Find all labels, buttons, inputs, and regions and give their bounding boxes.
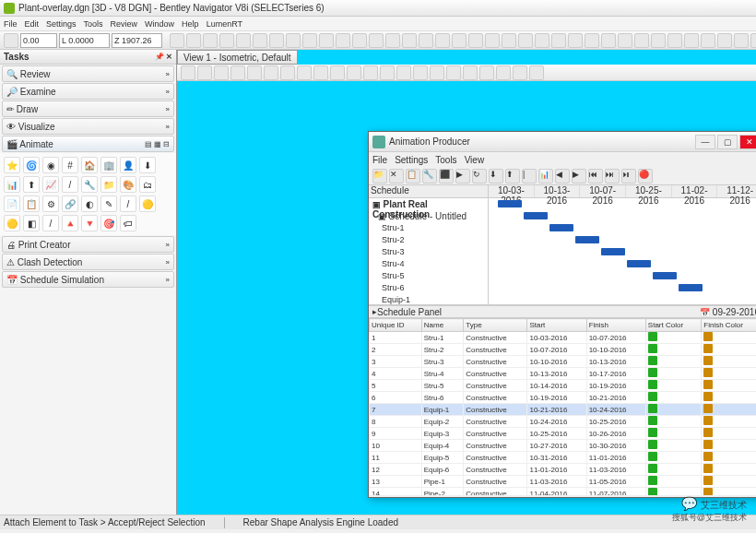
dlg-tool-icon[interactable]: 📋 (406, 169, 420, 184)
task-print-creator[interactable]: 🖨 Print Creator» (2, 236, 174, 253)
gantt-chart[interactable]: 10-03-201610-13-201610-07-201610-25-2016… (489, 185, 756, 304)
coord-a[interactable] (20, 33, 57, 48)
dlg-tool-icon[interactable]: 📁 (372, 169, 387, 184)
task-draw[interactable]: ✏ Draw» (2, 101, 174, 117)
column-header[interactable]: Start Color (645, 319, 701, 332)
schedule-grid[interactable]: Unique IDNameTypeStartFinishStart ColorF… (369, 318, 756, 495)
palette-icon[interactable]: 🔺 (62, 215, 78, 231)
dlg-tool-icon[interactable]: ⬛ (439, 169, 454, 184)
tree-item[interactable]: Stru-6 (369, 282, 488, 294)
gantt-bar[interactable] (549, 224, 573, 231)
close-button[interactable]: ✕ (739, 135, 756, 149)
dlg-tool-icon[interactable]: ⏮ (588, 169, 603, 184)
palette-icon[interactable]: 🟡 (139, 195, 156, 212)
view-tool-icon[interactable] (280, 65, 295, 80)
toolbar-icon[interactable] (701, 33, 715, 48)
toolbar-icon[interactable] (502, 33, 516, 48)
toolbar-icon[interactable] (750, 33, 756, 48)
toolbar-icon[interactable] (667, 33, 682, 48)
toolbar-icon[interactable] (518, 33, 533, 48)
toolbar-icon[interactable] (186, 33, 201, 48)
palette-icon[interactable]: 📈 (42, 176, 59, 193)
palette-icon[interactable]: 📁 (100, 176, 117, 193)
toolbar-icon[interactable] (352, 33, 367, 48)
toolbar-icon[interactable] (302, 33, 317, 48)
dlg-tool-icon[interactable]: | (522, 169, 537, 184)
dlg-menu-tools[interactable]: Tools (435, 155, 456, 165)
menu-edit[interactable]: Edit (25, 19, 40, 29)
table-row[interactable]: 7Equip-1Constructive10-21-201610-24-2016 (370, 404, 757, 416)
toolbar-icon[interactable] (419, 33, 433, 48)
column-header[interactable]: Start (527, 319, 586, 332)
tree-item[interactable]: Stru-5 (369, 270, 488, 282)
toolbar-icon[interactable] (585, 33, 599, 48)
gantt-bar[interactable] (627, 260, 651, 267)
toolbar-icon[interactable] (551, 33, 566, 48)
palette-icon[interactable]: ✎ (100, 195, 117, 212)
palette-icon[interactable]: / (120, 195, 136, 212)
gantt-bar[interactable] (679, 284, 703, 291)
view-tool-icon[interactable] (347, 65, 361, 80)
column-header[interactable]: Type (464, 319, 527, 332)
dlg-tool-icon[interactable]: ▶ (455, 169, 470, 184)
palette-icon[interactable]: 🏠 (81, 157, 98, 173)
view-tool-icon[interactable] (396, 65, 411, 80)
dialog-titlebar[interactable]: Animation Producer — ▢ ✕ (369, 132, 756, 152)
table-row[interactable]: 12Equip-6Constructive11-01-201611-03-201… (370, 464, 757, 476)
menu-lumenrt[interactable]: LumenRT (207, 19, 242, 29)
pin-icon[interactable]: 📌 ✕ (155, 53, 172, 61)
table-row[interactable]: 2Stru-2Constructive10-07-201610-10-2016 (370, 344, 757, 356)
toolbar-icon[interactable] (452, 33, 467, 48)
view-tool-icon[interactable] (247, 65, 262, 80)
palette-icon[interactable]: ⭐ (4, 157, 20, 173)
view-tool-icon[interactable] (413, 65, 428, 80)
dlg-tool-icon[interactable]: 📊 (538, 169, 553, 184)
toolbar-icon[interactable] (170, 33, 184, 48)
gantt-bar[interactable] (524, 212, 548, 219)
toolbar-icon[interactable] (651, 33, 666, 48)
toolbar-icon[interactable] (203, 33, 218, 48)
column-header[interactable]: Finish (586, 319, 645, 332)
table-row[interactable]: 5Stru-5Constructive10-14-201610-19-2016 (370, 380, 757, 392)
toolbar-icon[interactable] (485, 33, 500, 48)
palette-icon[interactable]: ◐ (81, 195, 98, 212)
palette-icon[interactable]: 🎨 (120, 176, 136, 193)
toolbar-icon[interactable] (402, 33, 417, 48)
palette-icon[interactable]: 📊 (4, 176, 20, 193)
toolbar-icon[interactable] (286, 33, 301, 48)
palette-icon[interactable]: 🔗 (62, 195, 78, 212)
tree-root[interactable]: ▣ Plant Real Construction (369, 198, 488, 210)
menu-review[interactable]: Review (111, 19, 138, 29)
toolbar-icon[interactable] (369, 33, 384, 48)
view-tool-icon[interactable] (479, 65, 494, 80)
table-row[interactable]: 14Pipe-2Constructive11-04-201611-07-2016 (370, 488, 757, 496)
toolbar-icon[interactable] (535, 33, 549, 48)
view-tool-icon[interactable] (496, 65, 511, 80)
palette-icon[interactable]: 📋 (23, 195, 40, 212)
toolbar-icon[interactable] (319, 33, 334, 48)
task-clash-detection[interactable]: ⚠ Clash Detection» (2, 254, 174, 270)
schedule-tree[interactable]: Schedule ▣ Plant Real Construction ▣ Sch… (369, 185, 489, 304)
dlg-tool-icon[interactable]: ↻ (472, 169, 487, 184)
dlg-menu-view[interactable]: View (465, 155, 485, 165)
maximize-button[interactable]: ▢ (717, 135, 738, 149)
gantt-bar[interactable] (601, 248, 625, 255)
menu-settings[interactable]: Settings (46, 19, 77, 29)
palette-icon[interactable]: 🌀 (23, 157, 40, 173)
menu-help[interactable]: Help (182, 19, 199, 29)
column-header[interactable]: Name (421, 319, 464, 332)
toolbar-icon[interactable] (734, 33, 749, 48)
palette-icon[interactable]: ⚙ (42, 195, 59, 212)
table-row[interactable]: 4Stru-4Constructive10-13-201610-17-2016 (370, 368, 757, 380)
task-schedule-simulation[interactable]: 📅 Schedule Simulation» (2, 271, 174, 288)
palette-icon[interactable]: ◧ (23, 215, 40, 231)
coord-b[interactable] (59, 33, 110, 48)
gantt-bar[interactable] (653, 272, 677, 279)
view-tool-icon[interactable] (430, 65, 444, 80)
toolbar-icon[interactable] (253, 33, 267, 48)
tree-item[interactable]: Stru-1 (369, 222, 488, 234)
table-row[interactable]: 11Equip-5Constructive10-31-201611-01-201… (370, 452, 757, 464)
task-visualize[interactable]: 👁 Visualize» (2, 118, 174, 135)
toolbar-icon[interactable] (385, 33, 400, 48)
table-row[interactable]: 10Equip-4Constructive10-27-201610-30-201… (370, 440, 757, 452)
